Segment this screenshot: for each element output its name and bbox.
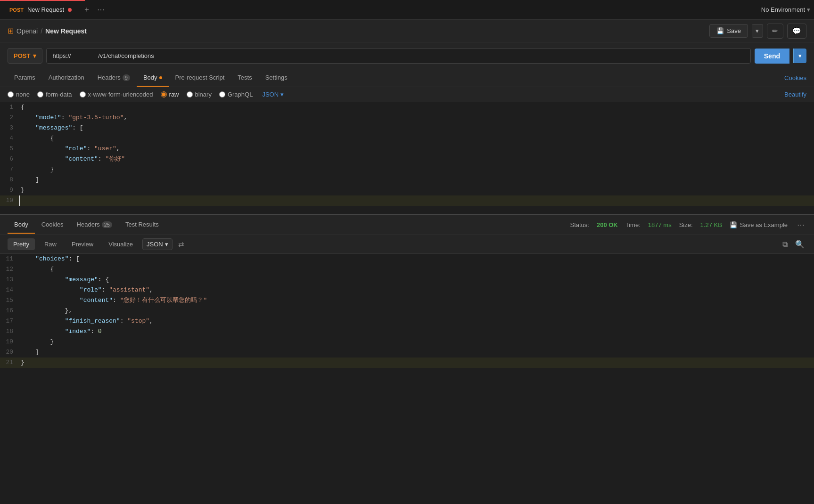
tab-headers[interactable]: Headers 9 bbox=[91, 69, 137, 87]
radio-raw[interactable] bbox=[161, 91, 167, 98]
option-none[interactable]: none bbox=[8, 91, 30, 98]
option-graphql[interactable]: GraphQL bbox=[219, 91, 253, 98]
radio-binary[interactable] bbox=[187, 91, 193, 98]
response-tab-test-results[interactable]: Test Results bbox=[119, 216, 165, 234]
response-line-15: 15 "content": "您好！有什么可以帮您的吗？" bbox=[0, 295, 814, 306]
response-line-17: 17 "finish_reason": "stop", bbox=[0, 316, 814, 326]
more-options-button[interactable]: ⋯ bbox=[795, 220, 806, 229]
send-button[interactable]: Send bbox=[755, 49, 789, 64]
json-format-selector[interactable]: JSON ▾ bbox=[262, 91, 284, 98]
more-tabs-button[interactable]: ⋯ bbox=[95, 3, 107, 16]
active-tab[interactable]: POST New Request bbox=[4, 0, 77, 19]
response-tab-headers[interactable]: Headers 25 bbox=[70, 216, 119, 234]
response-body-label: Body bbox=[14, 221, 28, 228]
body-options: none form-data x-www-form-urlencoded raw… bbox=[0, 87, 814, 102]
copy-response-button[interactable]: ⧉ bbox=[781, 238, 789, 251]
tab-bar: POST New Request ＋ ⋯ No Environment ▾ bbox=[0, 0, 814, 20]
status-info: Status: 200 OK Time: 1877 ms Size: 1.27 … bbox=[570, 220, 806, 229]
response-line-12: 12 { bbox=[0, 264, 814, 275]
response-tab-body[interactable]: Body bbox=[8, 216, 35, 234]
format-tab-preview[interactable]: Preview bbox=[66, 238, 99, 250]
breadcrumb-separator: / bbox=[41, 27, 42, 35]
request-tabs: Params Authorization Headers 9 Body Pre-… bbox=[0, 69, 814, 87]
option-urlencoded[interactable]: x-www-form-urlencoded bbox=[80, 91, 153, 98]
option-raw[interactable]: raw bbox=[161, 91, 179, 98]
tab-headers-label: Headers bbox=[98, 74, 121, 81]
method-selector[interactable]: POST ▾ bbox=[8, 48, 42, 64]
response-tab-cookies[interactable]: Cookies bbox=[35, 216, 70, 234]
search-response-button[interactable]: 🔍 bbox=[793, 238, 806, 251]
tab-tests-label: Tests bbox=[238, 74, 252, 81]
radio-form-data[interactable] bbox=[37, 91, 43, 98]
time-label: Time: bbox=[625, 221, 641, 228]
response-section: Body Cookies Headers 25 Test Results Sta… bbox=[0, 215, 814, 504]
radio-none[interactable] bbox=[8, 91, 14, 98]
response-line-16: 16 }, bbox=[0, 306, 814, 316]
save-example-button[interactable]: 💾 Save as Example bbox=[730, 221, 788, 228]
radio-graphql[interactable] bbox=[219, 91, 225, 98]
tab-params[interactable]: Params bbox=[8, 69, 42, 87]
save-example-label: Save as Example bbox=[740, 221, 788, 228]
option-form-data[interactable]: form-data bbox=[37, 91, 72, 98]
response-test-results-label: Test Results bbox=[125, 221, 159, 228]
cookies-link[interactable]: Cookies bbox=[784, 74, 806, 81]
code-line-10: 10 bbox=[0, 195, 814, 206]
env-label: No Environment bbox=[761, 6, 805, 13]
response-tabs-bar: Body Cookies Headers 25 Test Results Sta… bbox=[0, 215, 814, 235]
tab-pre-request[interactable]: Pre-request Script bbox=[169, 69, 231, 87]
send-dropdown-button[interactable]: ▾ bbox=[793, 49, 806, 63]
tab-title: New Request bbox=[27, 6, 64, 13]
code-line-4: 4 { bbox=[0, 133, 814, 144]
env-chevron: ▾ bbox=[807, 6, 810, 13]
environment-selector[interactable]: No Environment ▾ bbox=[761, 6, 810, 13]
tab-actions: ＋ ⋯ bbox=[81, 3, 107, 16]
response-headers-count: 25 bbox=[102, 221, 112, 228]
code-line-9: 9 } bbox=[0, 185, 814, 195]
beautify-button[interactable]: Beautify bbox=[784, 91, 806, 98]
response-line-21: 21 } bbox=[0, 358, 814, 368]
format-chevron: ▾ bbox=[165, 241, 168, 248]
code-line-6: 6 "content": "你好" bbox=[0, 154, 814, 164]
tab-settings[interactable]: Settings bbox=[259, 69, 294, 87]
response-line-19: 19 } bbox=[0, 337, 814, 347]
wrap-lines-button[interactable]: ⇄ bbox=[176, 238, 186, 251]
headers-count: 9 bbox=[123, 74, 130, 81]
format-tab-visualize[interactable]: Visualize bbox=[103, 238, 139, 250]
request-code-section: 1 { 2 "model": "gpt-3.5-turbo", 3 "messa… bbox=[0, 102, 814, 215]
main-layout: POST ▾ Send ▾ Params Authorization Heade… bbox=[0, 42, 814, 504]
format-bar: Pretty Raw Preview Visualize JSON ▾ ⇄ ⧉ … bbox=[0, 235, 814, 254]
method-label: POST bbox=[14, 52, 30, 59]
method-chevron: ▾ bbox=[33, 52, 36, 59]
body-active-dot bbox=[159, 76, 162, 79]
request-code-editor[interactable]: 1 { 2 "model": "gpt-3.5-turbo", 3 "messa… bbox=[0, 102, 814, 214]
new-tab-button[interactable]: ＋ bbox=[81, 3, 92, 16]
edit-button[interactable]: ✏ bbox=[767, 24, 783, 39]
tab-authorization[interactable]: Authorization bbox=[42, 69, 91, 87]
save-dropdown-button[interactable]: ▾ bbox=[752, 24, 763, 38]
response-line-18: 18 "index": 0 bbox=[0, 326, 814, 337]
tab-body-label: Body bbox=[143, 74, 157, 81]
tab-tests[interactable]: Tests bbox=[231, 69, 258, 87]
url-input[interactable] bbox=[46, 48, 750, 64]
code-line-8: 8 ] bbox=[0, 175, 814, 185]
option-binary[interactable]: binary bbox=[187, 91, 212, 98]
response-line-11: 11 "choices": [ bbox=[0, 254, 814, 264]
comment-button[interactable]: 💬 bbox=[787, 24, 806, 39]
format-tab-pretty[interactable]: Pretty bbox=[8, 238, 35, 250]
code-line-2: 2 "model": "gpt-3.5-turbo", bbox=[0, 113, 814, 123]
save-label: Save bbox=[727, 27, 741, 34]
breadcrumb-request: New Request bbox=[45, 27, 87, 35]
method-badge: POST bbox=[9, 7, 24, 13]
format-tab-raw[interactable]: Raw bbox=[39, 238, 62, 250]
tab-body[interactable]: Body bbox=[137, 69, 169, 87]
radio-urlencoded[interactable] bbox=[80, 91, 86, 98]
breadcrumb-actions: 💾 Save ▾ ✏ 💬 bbox=[709, 24, 806, 39]
save-example-icon: 💾 bbox=[730, 221, 737, 228]
breadcrumb-collection[interactable]: Openai bbox=[16, 27, 38, 35]
json-label: JSON bbox=[262, 91, 279, 98]
response-code-editor[interactable]: 11 "choices": [ 12 { 13 "message": { 14 … bbox=[0, 254, 814, 504]
format-actions: ⧉ 🔍 bbox=[781, 238, 806, 251]
save-button[interactable]: 💾 Save bbox=[709, 24, 748, 38]
response-format-selector[interactable]: JSON ▾ bbox=[142, 238, 173, 250]
tab-pre-request-label: Pre-request Script bbox=[175, 74, 225, 81]
